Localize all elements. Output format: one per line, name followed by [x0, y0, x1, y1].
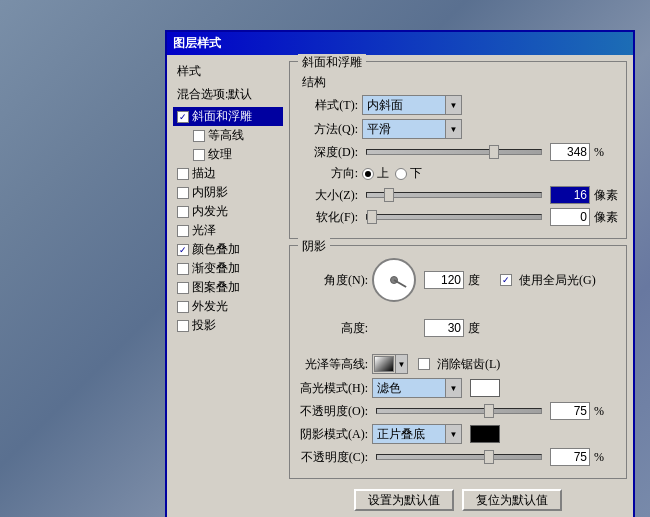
shadow-opacity-label: 不透明度(C): — [298, 449, 368, 466]
depth-row: 深度(D): % — [298, 143, 618, 161]
styles-panel: 样式 混合选项:默认 斜面和浮雕 等高线 纹理 描边 — [173, 61, 283, 517]
size-slider-thumb[interactable] — [384, 188, 394, 202]
dialog-title: 图层样式 — [173, 35, 221, 52]
style-item-inner-shadow[interactable]: 内阴影 — [173, 183, 283, 202]
style-item-bevel[interactable]: 斜面和浮雕 — [173, 107, 283, 126]
highlight-opacity-slider[interactable] — [376, 408, 542, 414]
altitude-input[interactable] — [424, 319, 464, 337]
direction-down-radio[interactable] — [395, 168, 407, 180]
shadow-color-swatch[interactable] — [470, 425, 500, 443]
global-light-checkbox[interactable] — [500, 274, 512, 286]
altitude-row: 高度: 度 — [298, 306, 618, 350]
soften-unit: 像素 — [594, 209, 618, 226]
soften-slider-thumb[interactable] — [367, 210, 377, 224]
right-panel: 斜面和浮雕 结构 样式(T): 内斜面 ▼ 方法(Q): — [289, 61, 627, 517]
highlight-opacity-row: 不透明度(O): % — [298, 402, 618, 420]
direction-up-item[interactable]: 上 — [362, 165, 389, 182]
highlight-opacity-thumb[interactable] — [484, 404, 494, 418]
altitude-label: 高度: — [298, 320, 368, 337]
style-dropdown[interactable]: 内斜面 ▼ — [362, 95, 462, 115]
highlight-mode-dropdown[interactable]: 滤色 ▼ — [372, 378, 462, 398]
highlight-color-swatch[interactable] — [470, 379, 500, 397]
soften-slider[interactable] — [366, 214, 542, 220]
style-item-contour[interactable]: 等高线 — [173, 126, 283, 145]
style-item-outer-glow[interactable]: 外发光 — [173, 297, 283, 316]
shadow-opacity-unit: % — [594, 450, 618, 465]
inner-glow-label: 内发光 — [192, 203, 228, 220]
direction-down-item[interactable]: 下 — [395, 165, 422, 182]
soften-row: 软化(F): 像素 — [298, 208, 618, 226]
method-row: 方法(Q): 平滑 ▼ — [298, 119, 618, 139]
shadow-mode-dropdown[interactable]: 正片叠底 ▼ — [372, 424, 462, 444]
reset-default-button[interactable]: 复位为默认值 — [462, 489, 562, 511]
contour-checkbox[interactable] — [193, 130, 205, 142]
shadow-opacity-thumb[interactable] — [484, 450, 494, 464]
global-light-label: 使用全局光(G) — [519, 272, 596, 289]
shadow-mode-value: 正片叠底 — [373, 425, 445, 443]
style-dropdown-arrow[interactable]: ▼ — [445, 96, 461, 114]
remove-alias-checkbox[interactable] — [418, 358, 430, 370]
gloss-dropdown-arrow[interactable]: ▼ — [395, 355, 407, 373]
pattern-overlay-checkbox[interactable] — [177, 282, 189, 294]
soften-label: 软化(F): — [298, 209, 358, 226]
shadow-opacity-input[interactable] — [550, 448, 590, 466]
style-item-texture[interactable]: 纹理 — [173, 145, 283, 164]
shadow-section: 阴影 角度(N): 度 使用全局光(G) — [289, 245, 627, 479]
bevel-label: 斜面和浮雕 — [192, 108, 252, 125]
gradient-overlay-checkbox[interactable] — [177, 263, 189, 275]
contour-label: 等高线 — [208, 127, 244, 144]
method-dropdown-value: 平滑 — [363, 120, 445, 138]
direction-up-radio[interactable] — [362, 168, 374, 180]
style-item-drop-shadow[interactable]: 投影 — [173, 316, 283, 335]
highlight-opacity-input[interactable] — [550, 402, 590, 420]
method-dropdown-arrow[interactable]: ▼ — [445, 120, 461, 138]
drop-shadow-checkbox[interactable] — [177, 320, 189, 332]
style-item-satin[interactable]: 光泽 — [173, 221, 283, 240]
inner-shadow-checkbox[interactable] — [177, 187, 189, 199]
inner-glow-checkbox[interactable] — [177, 206, 189, 218]
outer-glow-checkbox[interactable] — [177, 301, 189, 313]
layer-style-dialog: 图层样式 样式 混合选项:默认 斜面和浮雕 等高线 纹理 — [165, 30, 635, 517]
depth-slider[interactable] — [366, 149, 542, 155]
highlight-mode-label: 高光模式(H): — [298, 380, 368, 397]
texture-label: 纹理 — [208, 146, 232, 163]
bevel-section: 斜面和浮雕 结构 样式(T): 内斜面 ▼ 方法(Q): — [289, 61, 627, 239]
remove-alias-label: 消除锯齿(L) — [437, 356, 500, 373]
highlight-mode-arrow[interactable]: ▼ — [445, 379, 461, 397]
color-overlay-checkbox[interactable] — [177, 244, 189, 256]
angle-input[interactable] — [424, 271, 464, 289]
size-input[interactable] — [550, 186, 590, 204]
shadow-mode-arrow[interactable]: ▼ — [445, 425, 461, 443]
pattern-overlay-label: 图案叠加 — [192, 279, 240, 296]
method-dropdown[interactable]: 平滑 ▼ — [362, 119, 462, 139]
style-item-color-overlay[interactable]: 颜色叠加 — [173, 240, 283, 259]
bevel-section-body: 结构 样式(T): 内斜面 ▼ 方法(Q): 平滑 — [290, 62, 626, 238]
gloss-dropdown[interactable]: ▼ — [372, 354, 408, 374]
style-item-gradient-overlay[interactable]: 渐变叠加 — [173, 259, 283, 278]
inner-shadow-label: 内阴影 — [192, 184, 228, 201]
depth-unit: % — [594, 145, 618, 160]
stroke-checkbox[interactable] — [177, 168, 189, 180]
size-unit: 像素 — [594, 187, 618, 204]
shadow-opacity-slider[interactable] — [376, 454, 542, 460]
size-label: 大小(Z): — [298, 187, 358, 204]
depth-input[interactable] — [550, 143, 590, 161]
gloss-label: 光泽等高线: — [298, 356, 368, 373]
texture-checkbox[interactable] — [193, 149, 205, 161]
gradient-overlay-label: 渐变叠加 — [192, 260, 240, 277]
highlight-mode-row: 高光模式(H): 滤色 ▼ — [298, 378, 618, 398]
highlight-opacity-label: 不透明度(O): — [298, 403, 368, 420]
bevel-checkbox[interactable] — [177, 111, 189, 123]
style-item-inner-glow[interactable]: 内发光 — [173, 202, 283, 221]
drop-shadow-label: 投影 — [192, 317, 216, 334]
style-item-stroke[interactable]: 描边 — [173, 164, 283, 183]
set-default-button[interactable]: 设置为默认值 — [354, 489, 454, 511]
angle-dial[interactable] — [372, 258, 416, 302]
dialog-body: 样式 混合选项:默认 斜面和浮雕 等高线 纹理 描边 — [167, 55, 633, 517]
size-slider[interactable] — [366, 192, 542, 198]
depth-slider-thumb[interactable] — [489, 145, 499, 159]
satin-checkbox[interactable] — [177, 225, 189, 237]
blend-options-row[interactable]: 混合选项:默认 — [173, 84, 283, 105]
style-item-pattern-overlay[interactable]: 图案叠加 — [173, 278, 283, 297]
soften-input[interactable] — [550, 208, 590, 226]
